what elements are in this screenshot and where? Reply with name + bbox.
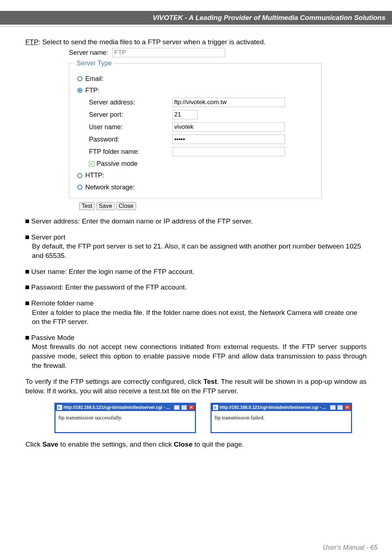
- server-name-input[interactable]: [113, 48, 225, 57]
- server-address-label: Server address:: [89, 98, 172, 107]
- popup-failed-titlebar: http://192.168.5.121/cgi-bin/admin/tests…: [212, 404, 351, 411]
- bullet-passive-head: Passive Mode: [31, 334, 74, 341]
- bullet-icon: [25, 219, 29, 223]
- bullet-server-port-body: By default, the FTP port server is set t…: [32, 242, 367, 260]
- bullet-icon: [25, 270, 29, 274]
- radio-http[interactable]: [77, 173, 82, 178]
- bullet-passive-mode: Passive Mode Most firewalls do not accep…: [25, 333, 367, 370]
- radio-email[interactable]: [77, 76, 82, 81]
- user-name-input[interactable]: [172, 122, 285, 132]
- password-label: Password:: [89, 135, 172, 144]
- server-type-fieldset: Server Type Email: FTP: Server address:: [69, 59, 322, 198]
- server-name-label: Server name:: [69, 48, 113, 57]
- bullet-remote-folder-body: Enter a folder to place the media file. …: [32, 308, 367, 327]
- user-name-label: User name:: [89, 123, 172, 131]
- verify-paragraph: To verify if the FTP settings are correc…: [25, 377, 367, 395]
- bullet-remote-folder-head: Remote folder name: [31, 299, 94, 307]
- closing-save-bold: Save: [42, 440, 58, 448]
- radio-http-row[interactable]: HTTP:: [77, 171, 318, 180]
- footer-label: User's Manual -: [323, 544, 370, 551]
- ftp-intro-text: : Select to send the media files to a FT…: [38, 38, 266, 46]
- radio-netstorage[interactable]: [77, 185, 82, 190]
- page-footer: User's Manual - 65: [323, 543, 377, 552]
- ftp-folder-input[interactable]: [172, 147, 285, 156]
- radio-email-label: Email:: [85, 74, 103, 83]
- bullet-server-address: Server address: Enter the domain name or…: [25, 217, 367, 226]
- bullet-server-port-head: Server port: [31, 233, 65, 241]
- closing-mid: to enable the settings, and then click: [58, 440, 174, 448]
- radio-http-label: HTTP:: [85, 171, 104, 180]
- bullet-icon: [25, 301, 29, 305]
- bullet-icon: [25, 336, 29, 340]
- bullet-password: Password: Enter the password of the FTP …: [25, 283, 367, 292]
- ftp-term: FTP: [25, 38, 38, 46]
- radio-ftp[interactable]: [77, 88, 82, 93]
- closing-paragraph: Click Save to enable the settings, and t…: [25, 440, 367, 449]
- close-button[interactable]: Close: [116, 202, 136, 210]
- radio-email-row[interactable]: Email:: [77, 74, 318, 83]
- popup-success-title: http://192.168.5.121/cgi-bin/admin/tests…: [64, 405, 172, 410]
- ie-favicon-icon: [57, 405, 62, 410]
- popup-failed-body: ftp transmission failed.: [212, 411, 351, 432]
- header-rule: [0, 26, 392, 26]
- close-icon[interactable]: ×: [188, 405, 194, 410]
- bullet-password-text: Password: Enter the password of the FTP …: [31, 283, 187, 291]
- verify-pre: To verify if the FTP settings are correc…: [25, 378, 203, 385]
- verify-test-bold: Test: [203, 378, 217, 385]
- server-type-legend: Server Type: [74, 59, 114, 67]
- bullet-passive-body: Most firewalls do not accept new connect…: [32, 342, 367, 370]
- closing-pre: Click: [25, 440, 42, 448]
- passive-mode-checkbox[interactable]: [89, 161, 94, 167]
- popup-success-titlebar: http://192.168.5.121/cgi-bin/admin/tests…: [56, 404, 195, 411]
- password-input[interactable]: [172, 135, 285, 144]
- popup-failed: http://192.168.5.121/cgi-bin/admin/tests…: [211, 403, 352, 433]
- test-button[interactable]: Test: [79, 202, 95, 210]
- radio-ftp-label: FTP:: [85, 86, 99, 95]
- server-port-input[interactable]: [172, 110, 198, 119]
- radio-netstorage-label: Network storage:: [85, 183, 135, 192]
- footer-page-number: 65: [370, 544, 377, 551]
- close-icon[interactable]: ×: [344, 405, 350, 410]
- bullet-remote-folder: Remote folder name Enter a folder to pla…: [25, 299, 367, 327]
- closing-post: to quit the page.: [193, 440, 244, 448]
- closing-close-bold: Close: [174, 440, 193, 448]
- server-address-input[interactable]: [172, 98, 285, 107]
- server-port-label: Server port:: [89, 110, 172, 119]
- popup-failed-title: http://192.168.5.121/cgi-bin/admin/tests…: [220, 405, 328, 410]
- save-button[interactable]: Save: [96, 202, 114, 210]
- bullet-user-name-text: User name: Enter the login name of the F…: [31, 268, 195, 275]
- minimize-icon[interactable]: _: [330, 405, 336, 410]
- maximize-icon[interactable]: □: [337, 405, 343, 410]
- bullet-user-name: User name: Enter the login name of the F…: [25, 267, 367, 276]
- bullet-server-port: Server port By default, the FTP port ser…: [25, 233, 367, 260]
- maximize-icon[interactable]: □: [181, 405, 187, 410]
- popup-success-body: ftp transmission successfully.: [56, 411, 195, 432]
- bullet-server-address-text: Server address: Enter the domain name or…: [31, 217, 253, 225]
- ftp-folder-label: FTP folder name:: [89, 147, 172, 156]
- popup-success: http://192.168.5.121/cgi-bin/admin/tests…: [54, 403, 196, 433]
- bullet-icon: [25, 286, 29, 289]
- minimize-icon[interactable]: _: [174, 405, 180, 410]
- bullet-icon: [25, 235, 29, 239]
- passive-mode-label: Passive mode: [97, 159, 138, 168]
- page-header: VIVOTEK - A Leading Provider of Multimed…: [0, 11, 392, 25]
- ftp-intro: FTP: Select to send the media files to a…: [25, 37, 367, 47]
- radio-ftp-row[interactable]: FTP:: [77, 86, 318, 95]
- radio-netstorage-row[interactable]: Network storage:: [77, 183, 318, 192]
- ie-favicon-icon: [213, 405, 218, 410]
